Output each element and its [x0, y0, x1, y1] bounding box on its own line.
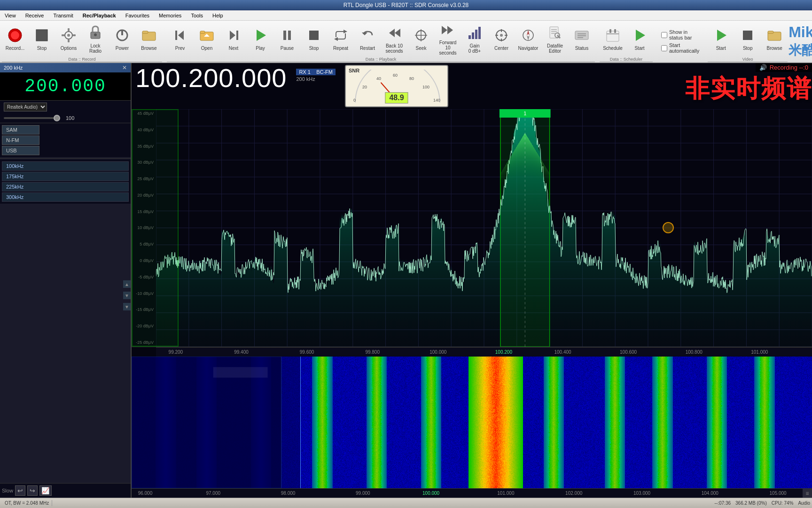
start-scheduler-button[interactable]: Start — [626, 20, 653, 57]
volume-slider[interactable] — [4, 117, 60, 119]
divider2 — [0, 158, 131, 159]
stop-button[interactable]: Stop — [29, 20, 55, 57]
spectrum-area: 🔊 Recording --:0 非实时频谱 100.200.000 RX 1 … — [132, 63, 812, 498]
bw-label: 200 kHz — [296, 76, 336, 82]
browse-button[interactable]: Browse — [136, 20, 162, 57]
volume-value: 100 — [66, 115, 74, 121]
navigator-button[interactable]: Navigator — [515, 20, 541, 57]
stop-video-button[interactable]: Stop — [734, 20, 761, 57]
start-auto-check[interactable] — [661, 45, 667, 51]
browse-video-button[interactable]: Browse — [761, 20, 788, 57]
next-icon — [224, 26, 243, 45]
stop2-icon — [304, 26, 323, 45]
start-auto-row[interactable]: Start automatically — [661, 42, 699, 54]
mode-sam[interactable]: SAM — [2, 125, 39, 135]
svg-rect-12 — [121, 30, 123, 35]
menu-transmit[interactable]: Transmit — [48, 12, 78, 19]
forward10-button[interactable]: Forward 10seconds — [435, 20, 461, 57]
record-icon — [6, 26, 24, 45]
svg-rect-61 — [609, 29, 611, 33]
repeat-label: Repeat — [333, 46, 348, 51]
svg-marker-15 — [178, 31, 184, 40]
scroll-chart-button[interactable]: 📈 — [39, 485, 52, 496]
status-icon — [572, 26, 591, 45]
back10-button[interactable]: Back 10seconds — [381, 20, 407, 57]
menu-view[interactable]: View — [0, 12, 21, 19]
scroll-back-button[interactable]: ↩ — [15, 485, 25, 496]
mode-nfm[interactable]: N-FM — [2, 135, 39, 145]
speaker-icon: 🔊 — [759, 64, 767, 71]
options-button[interactable]: Options — [55, 20, 82, 57]
spectrum-graph[interactable]: 45 dBμV 40 dBμV 35 dBμV 30 dBμV 25 dBμV … — [132, 109, 812, 347]
show-in-status-row[interactable]: Show in status bar — [661, 29, 699, 40]
scroll-forward-button[interactable]: ↪ — [27, 485, 38, 496]
svg-rect-25 — [288, 31, 291, 40]
next-label: Next — [229, 46, 239, 51]
waterfall[interactable] — [132, 357, 812, 488]
arrow-up[interactable]: ▲ — [123, 280, 131, 288]
bw-175k[interactable]: 175kHz — [2, 172, 129, 181]
prev-button[interactable]: Prev — [167, 20, 193, 57]
playback-section-label: Data :: Playback — [167, 57, 595, 62]
menu-receive[interactable]: Receive — [21, 12, 49, 19]
bw-300k[interactable]: 300kHz — [2, 192, 129, 202]
svg-rect-7 — [62, 34, 64, 36]
play-button[interactable]: Play — [247, 20, 273, 57]
spectrum-canvas[interactable] — [156, 109, 812, 347]
seek-button[interactable]: Seek — [408, 20, 434, 57]
forward10-label: Forward 10seconds — [436, 40, 460, 56]
mode-usb[interactable]: USB — [2, 146, 39, 155]
arrow-down2[interactable]: ▼ — [123, 303, 131, 310]
record-button[interactable]: Record... — [2, 20, 28, 57]
start-auto-label: Start automatically — [669, 42, 699, 54]
freq-99400: 99.400 — [234, 349, 249, 355]
wf-96000: 96.000 — [138, 491, 153, 496]
gain-button[interactable]: Gain0 dB+ — [461, 20, 488, 57]
stop-label: Stop — [37, 46, 47, 51]
panel-title: 200 kHz — [4, 65, 23, 71]
show-in-status-check[interactable] — [661, 32, 667, 38]
svg-marker-36 — [442, 26, 447, 34]
menu-rec-playback[interactable]: Rec/Playback — [78, 12, 121, 19]
schedule-button[interactable]: Schedule — [600, 20, 626, 57]
menu-memories[interactable]: Memories — [154, 12, 186, 19]
menu-tools[interactable]: Tools — [186, 12, 208, 19]
audio-device-select[interactable]: Realtek Audio) — [4, 103, 47, 111]
open-button[interactable]: Open — [194, 20, 220, 57]
datafile-editor-button[interactable]: DatafileEditor — [542, 20, 568, 57]
svg-rect-5 — [68, 28, 70, 31]
svg-marker-63 — [636, 30, 645, 41]
back10-icon — [385, 24, 404, 42]
bw-value: BW = 2.048 MHz — [13, 500, 49, 506]
svg-rect-38 — [472, 32, 474, 39]
prev-label: Prev — [175, 46, 185, 51]
freq-101000: 101.000 — [751, 349, 768, 355]
lock-radio-label: LockRadio — [89, 43, 102, 54]
stop2-button[interactable]: Stop — [301, 20, 327, 57]
waterfall-scroll-btn[interactable]: ≡ — [803, 489, 812, 498]
pause-button[interactable]: Pause — [274, 20, 300, 57]
center-button[interactable]: Center — [488, 20, 515, 57]
start-video-button[interactable]: Start — [708, 20, 734, 57]
panel-close-button[interactable]: ✕ — [122, 64, 127, 71]
menu-favourites[interactable]: Favourites — [121, 12, 154, 19]
power-button[interactable]: Power — [109, 20, 135, 57]
arrow-down[interactable]: ▼ — [123, 292, 131, 299]
repeat-button[interactable]: Repeat — [328, 20, 354, 57]
next-button[interactable]: Next — [220, 20, 247, 57]
svg-point-4 — [67, 34, 70, 37]
branding: MikuYip 米酷 — [789, 24, 812, 59]
start-video-label: Start — [716, 46, 726, 51]
restart-button[interactable]: Restart — [354, 20, 381, 57]
status-button[interactable]: Status — [569, 20, 595, 57]
lock-radio-button[interactable]: LockRadio — [82, 20, 109, 57]
bw-100k[interactable]: 100kHz — [2, 161, 129, 171]
menu-help[interactable]: Help — [208, 12, 228, 19]
datafile-icon — [546, 24, 564, 42]
browse-video-label: Browse — [767, 46, 782, 51]
gain-icon — [465, 24, 484, 42]
bw-225k[interactable]: 225kHz — [2, 182, 129, 191]
svg-marker-21 — [230, 31, 235, 40]
waterfall-selection — [132, 357, 301, 488]
bw-text: OT, — [5, 500, 13, 506]
